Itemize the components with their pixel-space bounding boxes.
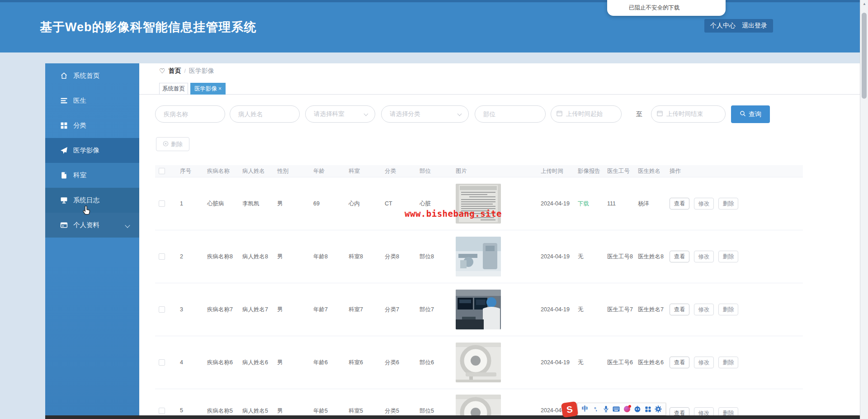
cell-category: 分类6 <box>381 359 416 367</box>
row-checkbox[interactable] <box>159 200 165 207</box>
header-nav: 个人中心 退出登录 <box>704 19 773 33</box>
cell-upload-date: 2024-04-19 <box>537 200 574 207</box>
monitor-icon <box>60 196 68 204</box>
department-select[interactable]: 请选择科室 <box>305 105 375 123</box>
cell-upload-date: 2024-04-19 <box>537 359 574 366</box>
sidebar-item-home[interactable]: 系统首页 <box>45 63 139 88</box>
apps-icon[interactable] <box>644 405 652 413</box>
date-range-to-label: 至 <box>629 105 649 123</box>
gear-icon[interactable] <box>655 405 662 413</box>
column-header: 疾病名称 <box>203 167 239 175</box>
breadcrumb: ♡ 首页 / 医学影像 <box>159 67 214 75</box>
cell-patient: 病人姓名8 <box>239 253 274 261</box>
personal-center-link[interactable]: 个人中心 <box>710 22 736 30</box>
delete-row-button[interactable]: 删除 <box>718 304 738 315</box>
cell-doctor-id: 医生工号8 <box>604 253 634 261</box>
row-checkbox[interactable] <box>159 408 165 414</box>
cell-disease: 疾病名称7 <box>203 306 239 314</box>
cell-age: 年龄7 <box>310 306 345 314</box>
table-header: 序号 疾病名称 病人姓名 性别 年龄 科室 分类 部位 图片 上传时间 影像报告… <box>155 165 803 177</box>
cell-gender: 男 <box>274 306 310 314</box>
tabs-divider <box>139 94 861 95</box>
page-title: 基于Web的影像科智能信息挂管理系统 <box>40 19 257 35</box>
medical-image-thumbnail[interactable] <box>456 395 501 415</box>
cell-patient: 病人姓名7 <box>239 306 274 314</box>
sidebar: 系统首页 医生 分类 医学影像 科室 <box>45 63 139 415</box>
cell-no: 4 <box>176 359 203 366</box>
ime-mode-chinese[interactable]: 中 <box>581 405 589 413</box>
report-link[interactable]: 下载 <box>578 200 589 207</box>
view-button[interactable]: 查看 <box>670 251 689 262</box>
edit-button[interactable]: 修改 <box>694 251 714 262</box>
edit-button[interactable]: 修改 <box>694 198 714 210</box>
sidebar-item-department[interactable]: 科室 <box>45 163 139 188</box>
logout-link[interactable]: 退出登录 <box>742 22 767 30</box>
mic-icon[interactable] <box>602 405 610 413</box>
edit-button[interactable]: 修改 <box>694 407 714 415</box>
cell-doctor-id: 医生工号7 <box>604 306 634 314</box>
category-select[interactable]: 请选择分类 <box>381 105 469 123</box>
keyboard-icon[interactable] <box>613 405 620 413</box>
cell-no: 2 <box>176 253 203 260</box>
heart-icon: ♡ <box>159 67 165 75</box>
cell-upload-date: 2024-04-19 <box>537 306 574 313</box>
cell-patient: 病人姓名5 <box>239 389 274 415</box>
tab-medical-imaging[interactable]: 医学影像 × <box>190 83 226 95</box>
medical-image-thumbnail[interactable] <box>456 343 501 382</box>
scrollbar-thumb[interactable] <box>862 13 867 99</box>
report-link[interactable]: 无 <box>578 359 584 366</box>
disease-name-input[interactable] <box>155 105 225 123</box>
cell-gender: 男 <box>274 253 310 261</box>
vertical-scrollbar[interactable]: ▲ <box>860 0 868 419</box>
scroll-up-icon[interactable]: ▲ <box>860 2 868 6</box>
id-card-icon <box>60 221 68 229</box>
row-checkbox[interactable] <box>159 306 165 313</box>
edit-button[interactable]: 修改 <box>694 357 714 368</box>
sidebar-item-doctor[interactable]: 医生 <box>45 88 139 113</box>
view-button[interactable]: 查看 <box>670 304 689 315</box>
medical-image-thumbnail[interactable] <box>456 290 501 329</box>
tab-system-home[interactable]: 系统首页 <box>159 83 188 95</box>
robot-icon[interactable] <box>633 405 641 413</box>
table-row: 3 疾病名称7 病人姓名7 男 年龄7 科室7 分类7 部位7 2024-04-… <box>155 283 803 336</box>
download-blocked-text: 已阻止不安全的下载 <box>629 4 680 12</box>
delete-row-button[interactable]: 删除 <box>718 198 738 210</box>
delete-row-button[interactable]: 删除 <box>718 407 738 415</box>
sogou-logo-icon[interactable]: S <box>561 401 578 418</box>
column-header: 图片 <box>452 167 537 175</box>
view-button[interactable]: 查看 <box>670 407 689 415</box>
home-icon <box>60 72 68 80</box>
row-checkbox[interactable] <box>159 253 165 260</box>
view-button[interactable]: 查看 <box>670 198 689 210</box>
select-all-checkbox[interactable] <box>159 168 165 174</box>
cell-disease: 疾病名称8 <box>203 253 239 261</box>
row-checkbox[interactable] <box>159 359 165 366</box>
cell-age: 年龄5 <box>310 389 345 415</box>
cell-category: 分类5 <box>381 389 416 415</box>
column-header: 医生工号 <box>604 167 634 175</box>
edit-button[interactable]: 修改 <box>694 304 714 315</box>
delete-row-button[interactable]: 删除 <box>718 357 738 368</box>
cell-age: 年龄8 <box>310 253 345 261</box>
patient-name-input[interactable] <box>230 105 300 123</box>
column-header: 年龄 <box>310 167 345 175</box>
search-button[interactable]: 查询 <box>731 105 770 123</box>
skin-icon[interactable] <box>623 405 631 413</box>
delete-row-button[interactable]: 删除 <box>718 251 738 262</box>
upload-date-start-picker[interactable]: 上传时间起始 <box>551 105 622 123</box>
report-link[interactable]: 无 <box>578 253 584 260</box>
punctuation-icon[interactable]: °, <box>591 405 599 413</box>
cell-doctor-name: 医生姓名6 <box>634 359 666 367</box>
batch-delete-button[interactable]: 删除 <box>156 137 189 151</box>
sidebar-item-category[interactable]: 分类 <box>45 113 139 138</box>
view-button[interactable]: 查看 <box>670 357 689 368</box>
upload-date-end-picker[interactable]: 上传时间结束 <box>651 105 726 123</box>
breadcrumb-home[interactable]: 首页 <box>168 67 181 75</box>
body-part-input[interactable] <box>475 105 546 123</box>
cell-gender: 男 <box>274 389 310 415</box>
close-icon[interactable]: × <box>218 86 222 92</box>
cell-upload-date: 2024-04-19 <box>537 253 574 260</box>
sidebar-item-medical-imaging[interactable]: 医学影像 <box>45 138 139 163</box>
medical-image-thumbnail[interactable] <box>456 237 501 276</box>
report-link[interactable]: 无 <box>578 306 584 313</box>
